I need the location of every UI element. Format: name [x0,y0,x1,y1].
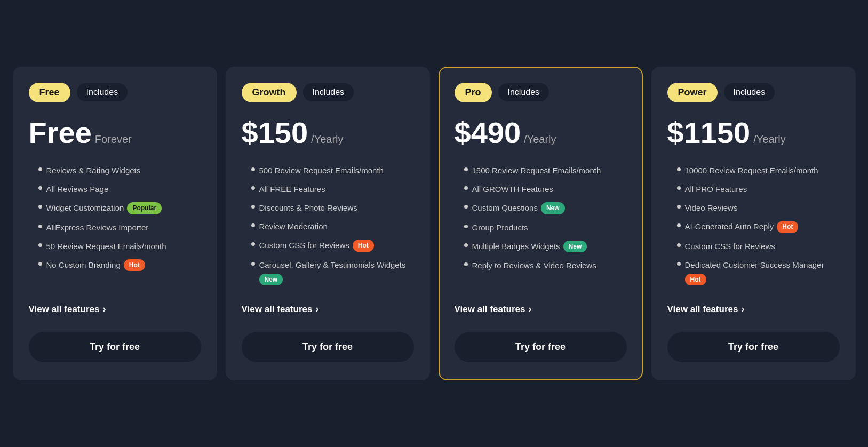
feature-text-label: Widget Customization [46,202,124,213]
list-item: Multiple Badges WidgetsNew [455,241,627,253]
bullet-icon [251,262,255,266]
bullet-icon [251,167,255,171]
bullet-icon [38,186,42,190]
list-item: Dedicated Customer Success ManagerHot [667,259,840,286]
badge-new: New [259,274,283,286]
feature-text-label: All Reviews Page [46,183,109,195]
list-item: All Reviews Page [29,183,201,195]
view-features-label: View all features [29,304,100,315]
bullet-icon [251,242,255,246]
price-period-free: Forever [95,133,132,146]
badge-popular: Popular [127,202,162,214]
feature-text-label: Group Products [472,222,528,233]
list-item: All GROWTH Features [455,183,627,195]
chevron-right-icon: › [528,304,531,315]
list-item: No Custom BrandingHot [29,259,201,272]
price-amount-power: $1150 [667,115,751,150]
bullet-icon [38,167,42,171]
bullet-icon [251,186,255,190]
bullet-icon [677,262,681,266]
bullet-icon [677,224,681,227]
bullet-icon [38,243,42,247]
view-all-features-pro[interactable]: View all features› [455,304,627,315]
list-item: Reviews & Rating Widgets [29,165,201,176]
bullet-icon [677,205,681,209]
features-list-pro: 1500 Review Request Emails/monthAll GROW… [455,165,627,293]
badge-hot: Hot [353,240,374,252]
plan-name-growth: Growth [242,83,297,102]
bullet-icon [464,262,468,266]
list-item: AliExpress Reviews Importer [29,222,201,233]
includes-badge-free: Includes [77,83,128,101]
plan-name-pro: Pro [455,83,492,102]
plan-card-growth: GrowthIncludes$150/Yearly500 Review Requ… [226,67,430,381]
list-item: Group Products [455,222,627,233]
includes-badge-pro: Includes [498,83,550,101]
view-all-features-growth[interactable]: View all features› [242,304,414,315]
view-features-label: View all features [455,304,525,315]
bullet-icon [38,262,42,266]
feature-text-label: All FREE Features [259,183,325,195]
list-item: Custom CSS for ReviewsHot [242,240,414,252]
list-item: Review Moderation [242,221,414,232]
feature-text-label: 10000 Review Request Emails/month [685,165,818,176]
badge-new: New [563,241,587,253]
bullet-icon [464,186,468,190]
feature-text-label: Review Moderation [259,221,328,232]
list-item: Custom QuestionsNew [455,202,627,214]
list-item: Widget CustomizationPopular [29,202,201,214]
try-button-growth[interactable]: Try for free [242,332,414,362]
chevron-right-icon: › [102,304,106,315]
plan-card-free: FreeIncludesFreeForeverReviews & Rating … [13,67,217,381]
chevron-right-icon: › [741,304,744,315]
feature-text-label: Reply to Reviews & Video Reviews [472,260,596,271]
plan-header-power: PowerIncludes [667,83,840,102]
feature-text-label: Reviews & Rating Widgets [46,165,141,176]
plan-header-growth: GrowthIncludes [242,83,414,102]
feature-text-label: Video Reviews [685,202,738,213]
try-button-free[interactable]: Try for free [29,332,201,362]
features-list-growth: 500 Review Request Emails/monthAll FREE … [242,165,414,293]
bullet-icon [464,205,468,209]
price-period-growth: /Yearly [311,133,343,146]
list-item: 1500 Review Request Emails/month [455,165,627,176]
price-period-pro: /Yearly [524,133,556,146]
bullet-icon [251,205,255,209]
list-item: All PRO Features [667,183,840,195]
list-item: 10000 Review Request Emails/month [667,165,840,176]
plan-name-power: Power [667,83,718,102]
feature-text-label: Custom CSS for Reviews [685,241,775,252]
includes-badge-power: Includes [724,83,775,101]
badge-hot: Hot [685,274,706,286]
features-list-free: Reviews & Rating WidgetsAll Reviews Page… [29,165,201,293]
feature-text-label: AliExpress Reviews Importer [46,222,149,233]
view-all-features-power[interactable]: View all features› [667,304,840,315]
feature-text-label: Multiple Badges Widgets [472,241,560,252]
plan-card-power: PowerIncludes$1150/Yearly10000 Review Re… [651,67,856,381]
feature-text-label: Custom Questions [472,202,538,213]
feature-text-label: Dedicated Customer Success Manager [685,259,824,270]
badge-hot: Hot [124,259,145,272]
bullet-icon [464,225,468,228]
bullet-icon [677,243,681,247]
feature-text-label: No Custom Branding [46,259,121,270]
list-item: Discounts & Photo Reviews [242,202,414,213]
view-all-features-free[interactable]: View all features› [29,304,201,315]
try-button-power[interactable]: Try for free [667,332,840,362]
price-amount-growth: $150 [242,115,308,150]
feature-text-label: All GROWTH Features [472,183,554,195]
plan-header-free: FreeIncludes [29,83,201,102]
feature-text-label: Discounts & Photo Reviews [259,202,357,213]
bullet-icon [38,225,42,228]
includes-badge-growth: Includes [303,83,354,101]
plan-price-growth: $150/Yearly [242,115,414,150]
try-button-pro[interactable]: Try for free [455,332,627,362]
price-period-power: /Yearly [753,133,785,146]
bullet-icon [677,186,681,190]
plan-header-pro: ProIncludes [455,83,627,102]
view-features-label: View all features [242,304,313,315]
plan-price-free: FreeForever [29,115,201,150]
pricing-container: FreeIncludesFreeForeverReviews & Rating … [13,67,856,381]
list-item: AI-Generated Auto ReplyHot [667,221,840,233]
feature-text-label: Custom CSS for Reviews [259,240,349,251]
